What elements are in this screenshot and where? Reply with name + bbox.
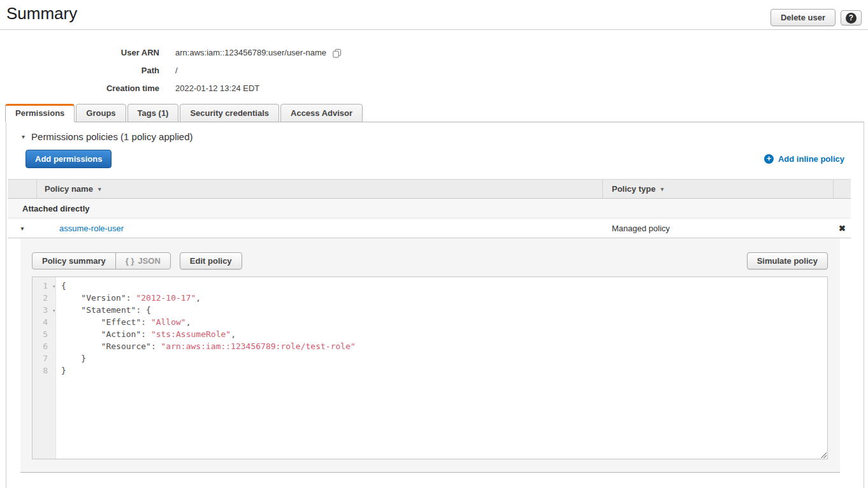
header-actions: Delete user ? [770,9,862,26]
policy-row: ▾ assume-role-user Managed policy ✖ [8,219,851,238]
user-arn-label: User ARN [0,48,159,57]
gutter-line: 1▾ [33,280,55,292]
editor-gutter: 1▾23▾45678 [33,277,56,459]
plus-circle-icon: + [764,154,774,164]
permissions-tab-panel: ▾ Permissions policies (1 policy applied… [6,122,864,488]
simulate-policy-button[interactable]: Simulate policy [747,252,828,269]
tab-permissions[interactable]: Permissions [5,104,75,122]
help-icon: ? [846,13,857,24]
row-expander-icon[interactable]: ▾ [20,225,24,232]
gutter-line: 6 [33,340,55,352]
json-policy-editor[interactable]: 1▾23▾45678 { "Version": "2012-10-17", "S… [32,276,828,459]
path-value: / [175,66,178,75]
policy-table: Policy name ▾ Policy type ▾ Attached dir… [8,179,851,473]
group-row-attached-directly: Attached directly [8,199,851,219]
gutter-line: 8 [33,364,55,377]
column-policy-type[interactable]: Policy type ▾ [603,180,834,198]
policy-table-header: Policy name ▾ Policy type ▾ [8,179,851,199]
code-line: "Action": "sts:AssumeRole", [61,328,356,340]
user-details: User ARN arn:aws:iam::123456789:user/use… [0,43,868,97]
field-row-creation-time: Creation time 2022-01-12 13:24 EDT [0,79,868,97]
policy-detail-toolbar: Policy summary { } JSON Edit policy Simu… [32,252,828,269]
policy-summary-tab-button[interactable]: Policy summary [32,252,116,269]
code-line: "Resource": "arn:aws:iam::123456789:role… [61,340,356,352]
page-title: Summary [6,4,77,24]
policy-detail-panel: Policy summary { } JSON Edit policy Simu… [20,238,840,473]
policy-name-link[interactable]: assume-role-user [59,224,124,233]
detach-policy-icon[interactable]: ✖ [839,224,846,233]
help-button[interactable]: ? [841,10,862,25]
page-header: Summary Delete user ? [0,0,868,30]
tab-bar: Permissions Groups Tags (1) Security cre… [5,104,868,122]
code-line: "Version": "2012-10-17", [61,292,356,304]
json-tab-button[interactable]: { } JSON [115,252,171,269]
user-arn-value: arn:aws:iam::123456789:user/user-name [175,48,326,57]
header-expand-cell [8,180,37,198]
header-action-cell [834,180,851,198]
add-inline-policy-link[interactable]: + Add inline policy [764,154,844,164]
edit-policy-button[interactable]: Edit policy [180,252,242,269]
copy-icon[interactable] [332,48,342,58]
code-line: } [61,352,356,364]
policy-type-value: Managed policy [603,224,834,233]
field-row-user-arn: User ARN arn:aws:iam::123456789:user/use… [0,43,868,61]
sort-caret-icon: ▾ [661,186,664,192]
policy-view-switcher: Policy summary { } JSON [32,252,171,269]
policy-actions-row: Add permissions + Add inline policy [25,150,844,168]
tab-security-credentials[interactable]: Security credentials [180,104,279,122]
gutter-line: 4 [33,316,55,328]
delete-user-button[interactable]: Delete user [770,9,835,26]
tab-groups[interactable]: Groups [76,104,126,122]
code-line: "Statement": { [61,304,356,316]
collapse-caret-icon: ▾ [22,133,25,140]
field-row-path: Path / [0,61,868,79]
code-line: { [61,280,356,292]
tab-tags[interactable]: Tags (1) [127,104,179,122]
code-line: "Effect": "Allow", [61,316,356,328]
add-inline-policy-label: Add inline policy [778,154,844,164]
column-policy-name[interactable]: Policy name ▾ [37,180,603,198]
permissions-policies-title: Permissions policies (1 policy applied) [31,131,192,142]
sort-caret-icon: ▾ [98,186,101,192]
gutter-line: 5 [33,328,55,340]
permissions-policies-section-toggle[interactable]: ▾ Permissions policies (1 policy applied… [22,131,864,142]
creation-time-label: Creation time [0,83,159,93]
fold-caret-icon[interactable]: ▾ [52,305,55,317]
editor-code: { "Version": "2012-10-17", "Statement": … [56,277,356,459]
add-permissions-button[interactable]: Add permissions [25,150,112,168]
fold-caret-icon[interactable]: ▾ [52,280,55,292]
code-line: } [61,364,356,377]
gutter-line: 2 [33,292,55,304]
gutter-line: 7 [33,352,55,364]
braces-icon: { } [126,256,134,266]
editor-resize-grip[interactable] [820,451,827,458]
path-label: Path [0,66,159,75]
creation-time-value: 2022-01-12 13:24 EDT [175,83,259,93]
tab-access-advisor[interactable]: Access Advisor [280,104,363,122]
gutter-line: 3▾ [33,304,55,316]
